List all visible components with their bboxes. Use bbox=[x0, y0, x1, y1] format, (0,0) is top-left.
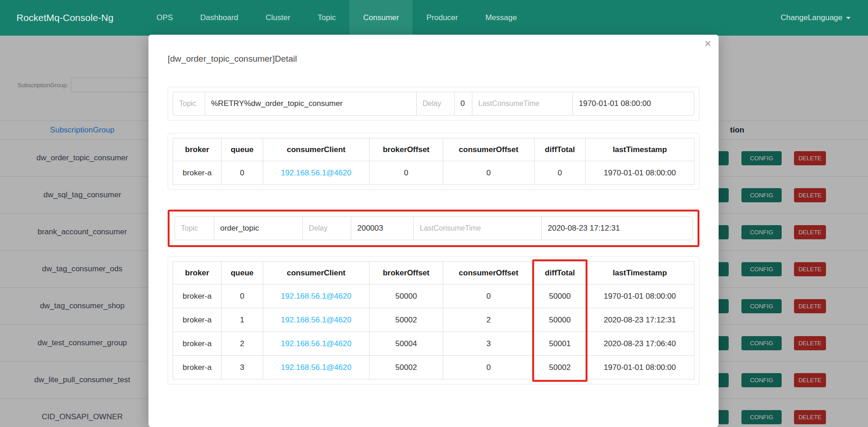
lastconsumetime-label: LastConsumeTime bbox=[413, 216, 542, 240]
consumer-offset-cell: 0 bbox=[443, 161, 535, 185]
consumer-client-link[interactable]: 192.168.56.1@4620 bbox=[263, 308, 370, 332]
topic-form-annotation-rect: Topic order_topic Delay 200003 LastConsu… bbox=[168, 210, 699, 247]
table-row: broker-a 1 192.168.56.1@4620 50002 2 500… bbox=[173, 308, 694, 332]
caret-down-icon bbox=[846, 17, 851, 19]
nav-item-message[interactable]: Message bbox=[471, 0, 530, 36]
consumer-offset-cell: 0 bbox=[443, 356, 535, 380]
delay-value-field[interactable]: 200003 bbox=[351, 216, 414, 240]
queue-cell: 2 bbox=[222, 332, 263, 356]
column-header: brokerOffset bbox=[370, 262, 443, 285]
topic-label: Topic bbox=[173, 92, 205, 116]
column-header: lastTimestamp bbox=[586, 262, 694, 285]
table-row: broker-a 2 192.168.56.1@4620 50004 3 500… bbox=[173, 332, 694, 356]
top-navbar: RocketMq-Console-Ng OPS Dashboard Cluste… bbox=[0, 0, 868, 36]
column-header: queue bbox=[222, 138, 263, 161]
queue-cell: 3 bbox=[222, 356, 263, 380]
nav-item-dashboard[interactable]: Dashboard bbox=[186, 0, 252, 36]
diff-total-cell: 0 bbox=[535, 161, 586, 185]
retry-topic-table: broker queue consumerClient brokerOffset… bbox=[173, 138, 694, 185]
consumer-client-link[interactable]: 192.168.56.1@4620 bbox=[263, 356, 370, 380]
column-header: consumerClient bbox=[263, 262, 370, 285]
diff-total-cell: 50000 bbox=[535, 285, 586, 308]
order-topic-table-panel: broker queue consumerClient brokerOffset… bbox=[168, 256, 699, 385]
close-icon[interactable]: × bbox=[704, 37, 711, 51]
nav-item-topic[interactable]: Topic bbox=[304, 0, 349, 36]
topic-label: Topic bbox=[175, 216, 214, 240]
lastconsumetime-label: LastConsumeTime bbox=[472, 92, 573, 116]
last-timestamp-cell: 2020-08-23 17:06:40 bbox=[586, 332, 694, 356]
topic-value-field[interactable]: order_topic bbox=[214, 216, 303, 240]
broker-cell: broker-a bbox=[173, 285, 222, 308]
broker-offset-cell: 50002 bbox=[370, 308, 443, 332]
lastconsumetime-value-field[interactable]: 1970-01-01 08:00:00 bbox=[572, 92, 694, 116]
column-header: consumerOffset bbox=[443, 138, 535, 161]
last-timestamp-cell: 1970-01-01 08:00:00 bbox=[586, 356, 694, 380]
consumer-client-link[interactable]: 192.168.56.1@4620 bbox=[263, 332, 370, 356]
retry-topic-panel: Topic %RETRY%dw_order_topic_consumer Del… bbox=[168, 87, 699, 121]
last-timestamp-cell: 1970-01-01 08:00:00 bbox=[586, 161, 694, 185]
broker-offset-cell: 0 bbox=[370, 161, 443, 185]
queue-cell: 1 bbox=[222, 308, 263, 332]
diff-total-cell: 50001 bbox=[535, 332, 586, 356]
order-topic-table: broker queue consumerClient brokerOffset… bbox=[173, 261, 694, 380]
retry-topic-table-panel: broker queue consumerClient brokerOffset… bbox=[168, 133, 699, 190]
broker-cell: broker-a bbox=[173, 332, 222, 356]
queue-cell: 0 bbox=[222, 285, 263, 308]
table-row: broker-a 0 192.168.56.1@4620 0 0 0 1970-… bbox=[173, 161, 694, 185]
consumer-offset-cell: 3 bbox=[443, 332, 535, 356]
column-header: diffTotal bbox=[535, 138, 586, 161]
last-timestamp-cell: 2020-08-23 17:12:31 bbox=[586, 308, 694, 332]
delay-value-field[interactable]: 0 bbox=[454, 92, 472, 116]
nav-menu: OPS Dashboard Cluster Topic Consumer Pro… bbox=[143, 0, 530, 36]
consumer-detail-modal: × [dw_order_topic_consumer]Detail Topic … bbox=[148, 35, 719, 427]
lastconsumetime-value-field[interactable]: 2020-08-23 17:12:31 bbox=[541, 216, 693, 240]
last-timestamp-cell: 1970-01-01 08:00:00 bbox=[586, 285, 694, 308]
broker-offset-cell: 50004 bbox=[370, 332, 443, 356]
consumer-offset-cell: 2 bbox=[443, 308, 535, 332]
topic-value-field[interactable]: %RETRY%dw_order_topic_consumer bbox=[205, 92, 417, 116]
nav-item-consumer[interactable]: Consumer bbox=[349, 0, 413, 36]
diff-total-cell: 50002 bbox=[535, 356, 586, 380]
column-header: lastTimestamp bbox=[586, 138, 694, 161]
broker-cell: broker-a bbox=[173, 356, 222, 380]
modal-title: [dw_order_topic_consumer]Detail bbox=[168, 53, 699, 65]
delay-label: Delay bbox=[302, 216, 351, 240]
queue-cell: 0 bbox=[222, 161, 263, 185]
column-header: queue bbox=[222, 262, 263, 285]
column-header: diffTotal bbox=[535, 262, 586, 285]
column-header: brokerOffset bbox=[370, 138, 443, 161]
broker-offset-cell: 50002 bbox=[370, 356, 443, 380]
consumer-client-link[interactable]: 192.168.56.1@4620 bbox=[263, 285, 370, 308]
delay-label: Delay bbox=[416, 92, 455, 116]
table-row: broker-a 0 192.168.56.1@4620 50000 0 500… bbox=[173, 285, 694, 308]
nav-item-ops[interactable]: OPS bbox=[143, 0, 186, 36]
column-header: broker bbox=[173, 138, 222, 161]
broker-cell: broker-a bbox=[173, 161, 222, 185]
change-language-dropdown[interactable]: ChangeLanguage bbox=[781, 0, 851, 36]
consumer-client-link[interactable]: 192.168.56.1@4620 bbox=[263, 161, 370, 185]
column-header: consumerOffset bbox=[443, 262, 535, 285]
app-brand: RocketMq-Console-Ng bbox=[16, 0, 113, 36]
column-header: consumerClient bbox=[263, 138, 370, 161]
change-language-label: ChangeLanguage bbox=[781, 13, 842, 22]
diff-total-cell: 50000 bbox=[535, 308, 586, 332]
table-row: broker-a 3 192.168.56.1@4620 50002 0 500… bbox=[173, 356, 694, 380]
broker-cell: broker-a bbox=[173, 308, 222, 332]
consumer-offset-cell: 0 bbox=[443, 285, 535, 308]
column-header: broker bbox=[173, 262, 222, 285]
nav-item-cluster[interactable]: Cluster bbox=[252, 0, 304, 36]
order-topic-panel: Topic order_topic Delay 200003 LastConsu… bbox=[169, 211, 698, 245]
broker-offset-cell: 50000 bbox=[370, 285, 443, 308]
nav-item-producer[interactable]: Producer bbox=[413, 0, 471, 36]
